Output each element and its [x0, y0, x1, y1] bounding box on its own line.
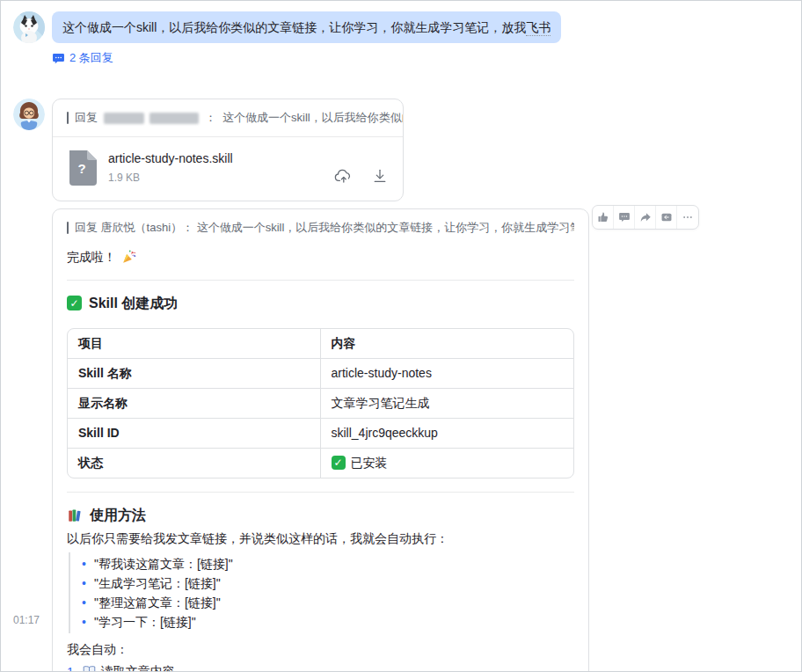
- thumbs-up-button[interactable]: [593, 206, 614, 229]
- usage-intro: 以后你只需要给我发文章链接，并说类似这样的话，我就会自动执行：: [67, 530, 574, 548]
- bullet-icon: •: [82, 593, 86, 612]
- user-message-bubble: 这个做成一个skill，以后我给你类似的文章链接，让你学习，你就生成学习笔记，放…: [52, 11, 561, 43]
- check-icon: ✓: [332, 456, 346, 470]
- forward-button[interactable]: [635, 206, 656, 229]
- usage-example: "整理这篇文章：[链接]": [94, 593, 221, 612]
- thumbs-up-icon: [597, 211, 609, 223]
- row-value: ✓ 已安装: [321, 449, 574, 478]
- unknown-file-glyph: ?: [67, 161, 97, 176]
- quoted-reply[interactable]: 回复 ： 这个做成一个skill，以后我给你类似的文章...: [53, 99, 403, 137]
- cloud-upload-icon: [333, 167, 352, 186]
- quoted-reply-2[interactable]: 回复 唐欣悦（tashi）： 这个做成一个skill，以后我给你类似的文章链接，…: [67, 220, 574, 236]
- report-card: 回复 唐欣悦（tashi）： 这个做成一个skill，以后我给你类似的文章链接，…: [52, 208, 589, 672]
- row-value: 文章学习笔记生成: [321, 389, 574, 419]
- table-row: 状态 ✓ 已安装: [68, 449, 573, 478]
- comment-icon: [618, 211, 631, 223]
- list-item: • "学习一下：[链接]": [82, 612, 574, 632]
- row-key: Skill ID: [68, 419, 321, 449]
- cat-avatar-image: [13, 11, 45, 43]
- divider: [67, 280, 574, 281]
- divider: [67, 492, 574, 493]
- user-message-entity: 飞书: [526, 20, 550, 36]
- message-user: 这个做成一个skill，以后我给你类似的文章链接，让你学习，你就生成学习笔记，放…: [1, 1, 801, 69]
- reply-bubble-icon: [52, 52, 65, 65]
- table-header-row: 项目 内容: [68, 329, 573, 359]
- file-size: 1.9 KB: [108, 172, 233, 184]
- bullet-icon: •: [82, 612, 86, 632]
- more-actions-button[interactable]: [677, 206, 698, 229]
- thread-reply-link[interactable]: 2 条回复: [52, 50, 113, 66]
- file-message-card: 回复 ： 这个做成一个skill，以后我给你类似的文章... ? article…: [52, 99, 404, 201]
- list-item: • "帮我读这篇文章：[链接]": [82, 554, 574, 573]
- open-book-icon: [82, 664, 97, 672]
- usage-example: "帮我读这篇文章：[链接]": [94, 554, 233, 573]
- auto-intro: 我会自动：: [67, 640, 574, 659]
- user-avatar[interactable]: [13, 11, 45, 43]
- table-row: Skill ID skill_4jrc9qeeckkup: [68, 419, 573, 449]
- books-icon: [67, 508, 83, 523]
- save-to-cloud-button[interactable]: [333, 167, 352, 186]
- quote-label: 回复: [75, 110, 98, 126]
- quote-bar: [67, 112, 69, 124]
- row-key: 显示名称: [68, 389, 321, 419]
- party-popper-icon: [121, 249, 137, 265]
- bullet-icon: •: [82, 573, 86, 593]
- usage-example: "学习一下：[链接]": [94, 612, 196, 632]
- success-heading-text: Skill 创建成功: [89, 294, 178, 313]
- file-name: article-study-notes.skill: [108, 151, 233, 165]
- row-key: 状态: [68, 449, 321, 478]
- intro-text: 完成啦！: [67, 248, 116, 267]
- list-item: • "整理这篇文章：[链接]": [82, 593, 574, 612]
- table-row: Skill 名称 article-study-notes: [68, 359, 573, 389]
- download-icon: [371, 167, 389, 185]
- user-message-text: 这个做成一个skill，以后我给你类似的文章链接，让你学习，你就生成学习笔记，放…: [62, 20, 526, 34]
- col-header-item: 项目: [68, 329, 321, 359]
- step-number: 1.: [67, 665, 77, 672]
- row-value: skill_4jrc9qeeckkup: [321, 419, 574, 449]
- check-icon: ✓: [67, 296, 82, 310]
- quote-bar: [67, 222, 69, 234]
- message-assistant-report: 回复 唐欣悦（tashi）： 这个做成一个skill，以后我给你类似的文章链接，…: [1, 201, 801, 672]
- ellipsis-icon: [682, 211, 694, 223]
- download-button[interactable]: [371, 167, 389, 186]
- step-text: 读取文章内容: [101, 664, 175, 672]
- list-item: • "生成学习笔记：[链接]": [82, 573, 574, 593]
- file-attachment[interactable]: ? article-study-notes.skill 1.9 KB: [53, 137, 403, 201]
- chat-window: 这个做成一个skill，以后我给你类似的文章链接，让你学习，你就生成学习笔记，放…: [0, 0, 802, 672]
- redacted-name: [104, 110, 199, 126]
- usage-example-list: • "帮我读这篇文章：[链接]" • "生成学习笔记：[链接]" • "整理这篇…: [69, 552, 574, 633]
- usage-example: "生成学习笔记：[链接]": [94, 573, 221, 593]
- message-action-toolbar: [592, 205, 699, 230]
- quote-excerpt: 这个做成一个skill，以后我给你类似的文章...: [222, 110, 403, 126]
- status-text: 已安装: [351, 456, 388, 471]
- col-header-content: 内容: [321, 329, 574, 359]
- share-arrow-icon: [639, 211, 652, 223]
- skill-info-table: 项目 内容 Skill 名称 article-study-notes 显示名称 …: [67, 328, 574, 478]
- success-heading: ✓ Skill 创建成功: [67, 294, 574, 313]
- quote-text: 回复 唐欣悦（tashi）： 这个做成一个skill，以后我给你类似的文章链接，…: [75, 220, 574, 236]
- quote-separator: ：: [205, 110, 216, 126]
- file-type-icon: ?: [67, 150, 97, 186]
- row-value: article-study-notes: [321, 359, 574, 389]
- row-key: Skill 名称: [68, 359, 321, 389]
- thread-reply-count: 2 条回复: [69, 50, 113, 66]
- assistant-avatar[interactable]: [13, 99, 45, 130]
- usage-heading: 使用方法: [67, 506, 574, 525]
- comment-button[interactable]: [614, 206, 635, 229]
- message-timestamp: 01:17: [13, 614, 40, 626]
- table-row: 显示名称 文章学习笔记生成: [68, 389, 573, 419]
- message-assistant-file: 回复 ： 这个做成一个skill，以后我给你类似的文章... ? article…: [1, 69, 801, 201]
- usage-heading-text: 使用方法: [90, 506, 146, 525]
- quote-reply-icon: [660, 211, 673, 223]
- assistant-avatar-image: [13, 99, 45, 130]
- bullet-icon: •: [82, 554, 86, 573]
- auto-step-1: 1. 读取文章内容: [67, 664, 574, 672]
- quote-reply-button[interactable]: [656, 206, 677, 229]
